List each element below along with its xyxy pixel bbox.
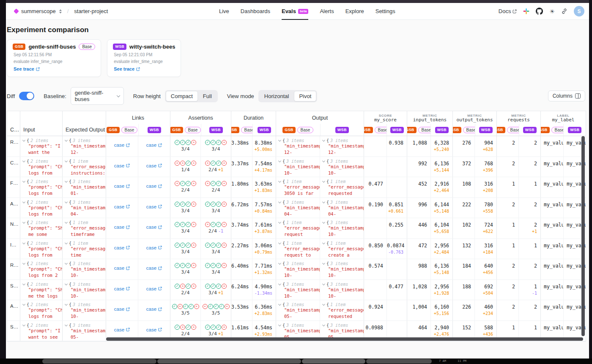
collapse-chevron-icon[interactable] (278, 262, 281, 265)
diff-toggle[interactable] (19, 92, 34, 100)
subcolumn-wsb[interactable]: WSB (563, 124, 586, 136)
table-row[interactable]: R…{2 items"prompt": "Iwant the{3 items"m… (7, 136, 586, 157)
subcolumn-base[interactable]: GSBBase (106, 124, 138, 136)
column-header-expected[interactable]: Expected Output (62, 111, 106, 136)
baseline-select[interactable]: gentle-sniff-buses (71, 87, 124, 105)
collapse-chevron-icon[interactable] (322, 262, 325, 265)
collapse-chevron-icon[interactable] (22, 282, 25, 285)
columns-button[interactable]: Columns (548, 90, 585, 101)
case-link[interactable]: case (114, 163, 130, 168)
case-link[interactable]: case (146, 142, 162, 148)
case-link[interactable]: case (114, 224, 130, 230)
subcolumn-wsb[interactable]: WSB (475, 124, 497, 136)
case-link[interactable]: case (146, 307, 162, 312)
column-header-case[interactable]: C… (7, 111, 20, 136)
case-link[interactable]: case (114, 307, 130, 312)
table-row[interactable]: R…{2 items"prompt": "Chlogs from 2{3 ite… (7, 259, 586, 280)
subcolumn-base[interactable]: GSBBase (541, 124, 563, 136)
case-link[interactable]: case (114, 183, 130, 189)
nav-item-dashboards[interactable]: Dashboards (241, 3, 270, 20)
subcolumn-base[interactable]: GSBBase (170, 124, 201, 136)
project-name[interactable]: starter-project (74, 8, 108, 14)
table-row[interactable]: I…{2 items"prompt": "Chlogs from{1 item"… (7, 239, 586, 260)
subcolumn-wsb[interactable]: WSB (519, 124, 541, 136)
group-label[interactable]: METRICrequests (497, 111, 540, 124)
horizontal-scrollbar[interactable] (106, 337, 583, 341)
collapse-chevron-icon[interactable] (278, 323, 281, 326)
subcolumn-wsb[interactable]: WSB (320, 124, 364, 136)
collapse-chevron-icon[interactable] (322, 323, 325, 326)
collapse-chevron-icon[interactable] (322, 241, 325, 244)
collapse-chevron-icon[interactable] (22, 303, 25, 306)
collapse-chevron-icon[interactable] (22, 262, 25, 265)
subcolumn-base[interactable]: GSBBase (364, 124, 386, 136)
collapse-chevron-icon[interactable] (322, 303, 325, 306)
group-label[interactable]: METRICoutput_tokens (453, 111, 496, 124)
table-row[interactable]: A…{2 items"prompt": "Chlogs from{3 items… (7, 300, 586, 321)
collapse-chevron-icon[interactable] (278, 241, 281, 244)
nav-item-live[interactable]: Live (219, 3, 229, 20)
table-row[interactable]: N…{2 items"prompt": "Shme some{1 item"er… (7, 218, 586, 239)
collapse-chevron-icon[interactable] (65, 262, 68, 265)
nav-item-evals[interactable]: Evalsbeta (282, 3, 308, 20)
table-row[interactable]: A…{2 items"prompt": "Chlogs from{3 items… (7, 198, 586, 219)
case-link[interactable]: case (114, 286, 130, 291)
collapse-chevron-icon[interactable] (65, 282, 68, 285)
collapse-chevron-icon[interactable] (65, 139, 68, 142)
collapse-chevron-icon[interactable] (278, 221, 281, 224)
collapse-chevron-icon[interactable] (22, 241, 25, 244)
collapse-chevron-icon[interactable] (278, 139, 281, 142)
row-height-option-full[interactable]: Full (198, 91, 217, 101)
collapse-chevron-icon[interactable] (278, 159, 281, 162)
collapse-chevron-icon[interactable] (22, 323, 25, 326)
collapse-chevron-icon[interactable] (322, 282, 325, 285)
taskbar-window[interactable] (157, 359, 301, 364)
subcolumn-base[interactable]: GSBBase (407, 124, 430, 136)
collapse-chevron-icon[interactable] (65, 180, 68, 183)
subcolumn-base[interactable]: GSBBase (231, 124, 252, 136)
case-link[interactable]: case (146, 265, 162, 271)
subcolumn-wsb[interactable]: WSB (252, 124, 276, 136)
table-row[interactable]: C…{2 items"prompt": "Chlogs from{1 item"… (7, 157, 586, 178)
taskbar-window[interactable] (42, 359, 156, 364)
vertical-scrollbar[interactable] (581, 136, 585, 336)
table-row[interactable]: S…{2 items"prompt": "Shme the logs{3 ite… (7, 280, 586, 301)
nav-item-explore[interactable]: Explore (345, 3, 364, 20)
collapse-chevron-icon[interactable] (65, 323, 68, 326)
subcolumn-wsb[interactable]: WSB (138, 124, 170, 136)
case-link[interactable]: case (146, 183, 162, 189)
subcolumn-base[interactable]: GSBBase (497, 124, 519, 136)
collapse-chevron-icon[interactable] (22, 200, 25, 203)
collapse-chevron-icon[interactable] (65, 221, 68, 224)
group-label[interactable]: LABELmy_label (541, 111, 586, 124)
group-label[interactable]: Assertions (170, 111, 231, 124)
view-mode-option-horizontal[interactable]: Horizontal (259, 91, 294, 101)
collapse-chevron-icon[interactable] (322, 139, 325, 142)
collapse-chevron-icon[interactable] (65, 159, 68, 162)
subcolumn-wsb[interactable]: WSB (386, 124, 407, 136)
collapse-chevron-icon[interactable] (278, 303, 281, 306)
avatar[interactable]: S (574, 6, 584, 16)
collapse-chevron-icon[interactable] (65, 303, 68, 306)
subcolumn-base[interactable]: GSBBase (276, 124, 320, 136)
taskbar-window[interactable] (366, 359, 432, 364)
collapse-chevron-icon[interactable] (278, 180, 281, 183)
case-link[interactable]: case (146, 204, 162, 209)
share-link-icon[interactable] (561, 8, 567, 14)
group-label[interactable]: METRICinput_tokens (407, 111, 452, 124)
case-link[interactable]: case (146, 163, 162, 168)
row-height-option-compact[interactable]: Compact (166, 91, 198, 101)
docs-link[interactable]: Docs (499, 8, 517, 14)
collapse-chevron-icon[interactable] (322, 180, 325, 183)
collapse-chevron-icon[interactable] (278, 200, 281, 203)
collapse-chevron-icon[interactable] (322, 221, 325, 224)
group-label[interactable]: SCOREmy_score (364, 111, 407, 124)
collapse-chevron-icon[interactable] (278, 282, 281, 285)
subcolumn-base[interactable]: GSBBase (453, 124, 475, 136)
table-row[interactable]: F…{2 items"prompt": "Chlogs from{3 items… (7, 177, 586, 198)
nav-item-alerts[interactable]: Alerts (320, 3, 334, 20)
collapse-chevron-icon[interactable] (22, 221, 25, 224)
case-link[interactable]: case (146, 327, 162, 332)
org-name[interactable]: summerscope (21, 8, 56, 14)
case-link[interactable]: case (114, 204, 130, 209)
